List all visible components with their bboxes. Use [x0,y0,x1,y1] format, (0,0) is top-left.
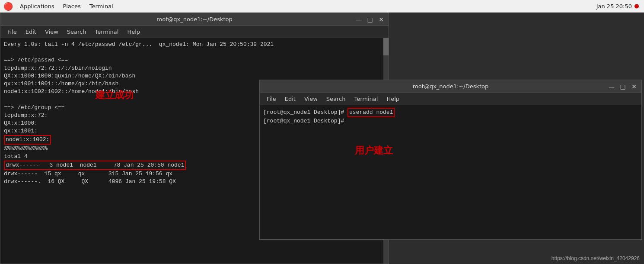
terminal-menubar-left: File Edit View Search Terminal Help [0,26,389,38]
menu-terminal-right[interactable]: Terminal [351,95,381,103]
status-dot [634,4,639,8]
system-bar-left: 🔴 Applications Places Terminal [3,2,117,11]
menu-edit-right[interactable]: Edit [281,95,299,103]
terminal-title-right: root@qx_node1:~/Desktop [413,83,489,90]
system-bar-right: Jan 25 20:50 [596,3,639,10]
close-button-right[interactable]: ✕ [630,83,638,90]
terminal-title-left: root@qx_node1:~/Desktop [156,16,233,23]
menu-search-left[interactable]: Search [64,28,90,36]
maximize-button-left[interactable]: □ [366,16,374,23]
scrollbar-thumb-left[interactable] [383,38,389,55]
terminal-menubar-right: File Edit View Search Terminal Help [260,93,641,105]
redhat-icon: 🔴 [3,2,13,11]
menu-file-right[interactable]: File [263,95,280,103]
maximize-button-right[interactable]: □ [619,83,627,90]
terminal-content-right: [root@qx_node1 Desktop]# useradd node1 [… [260,105,641,239]
minimize-button-left[interactable]: — [355,16,363,23]
minimize-button-right[interactable]: — [608,83,615,90]
highlighted-command: useradd node1 [348,108,395,117]
menu-edit-left[interactable]: Edit [22,28,40,36]
watermark: https://blog.csdn.net/weixin_42042926 [552,255,640,261]
terminal-controls-left: — □ ✕ [355,16,385,23]
menu-help-right[interactable]: Help [383,95,403,103]
menu-help-left[interactable]: Help [124,28,143,36]
annotation-left: 建立成功 [96,89,134,102]
places-menu[interactable]: Places [59,2,84,10]
menu-view-left[interactable]: View [41,28,62,36]
menu-view-right[interactable]: View [301,95,321,103]
datetime-label: Jan 25 20:50 [596,3,632,10]
terminal-controls-right: — □ ✕ [608,83,638,90]
terminal-titlebar-right: root@qx_node1:~/Desktop — □ ✕ [260,80,641,93]
terminal-window-right: root@qx_node1:~/Desktop — □ ✕ File Edit … [259,80,642,240]
terminal-output-right: [root@qx_node1 Desktop]# useradd node1 [… [263,108,638,125]
applications-menu[interactable]: Applications [16,2,57,10]
terminal-menu[interactable]: Terminal [86,2,117,10]
terminal-titlebar-left: root@qx_node1:~/Desktop — □ ✕ [0,13,389,26]
menu-file-left[interactable]: File [4,28,20,36]
highlighted-dir-line: drwx------ 3 node1 node1 78 Jan 25 20:50… [4,161,186,170]
menu-search-right[interactable]: Search [323,95,349,103]
desktop: root@qx_node1:~/Desktop — □ ✕ File Edit … [0,13,644,264]
system-bar: 🔴 Applications Places Terminal Jan 25 20… [0,0,644,13]
highlighted-group-line: node1:x:1002: [4,135,51,145]
menu-terminal-left[interactable]: Terminal [91,28,122,36]
close-button-left[interactable]: ✕ [377,16,385,23]
annotation-right: 用户建立 [355,144,393,158]
